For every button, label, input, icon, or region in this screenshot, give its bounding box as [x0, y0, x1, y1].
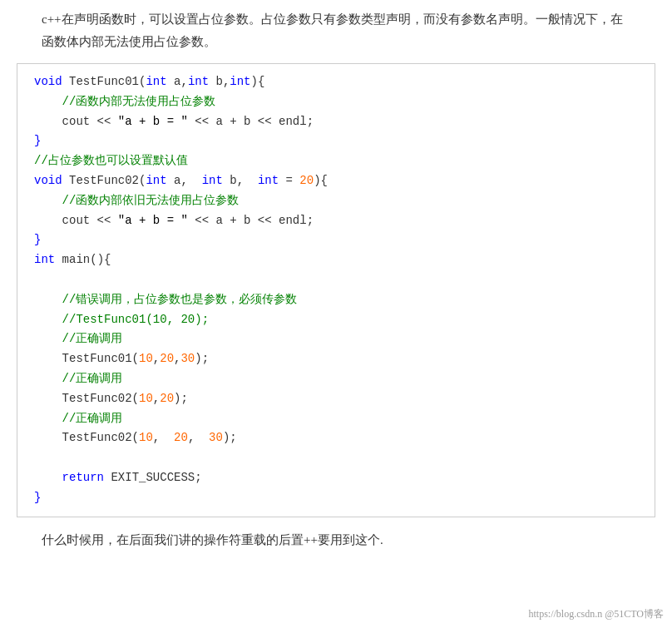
code-line-22: }	[17, 488, 655, 508]
code-line-3: cout << "a + b = " << a + b << endl;	[17, 112, 655, 132]
code-line-15: TestFunc01(10,20,30);	[17, 349, 655, 369]
code-line-20	[17, 448, 655, 468]
code-line-21: return EXIT_SUCCESS;	[17, 468, 655, 488]
code-line-5: //占位参数也可以设置默认值	[17, 151, 655, 171]
code-line-6: void TestFunc02(int a, int b, int = 20){	[17, 171, 655, 191]
bottom-text-block: 什么时候用，在后面我们讲的操作符重载的后置++要用到这个.	[0, 517, 672, 560]
code-line-2: //函数内部无法使用占位参数	[17, 92, 655, 112]
code-block-wrapper: void TestFunc01(int a,int b,int){ //函数内部…	[17, 63, 655, 517]
code-line-18: //正确调用	[17, 409, 655, 429]
code-line-11	[17, 270, 655, 290]
code-line-14: //正确调用	[17, 329, 655, 349]
code-line-10: int main(){	[17, 250, 655, 270]
code-line-13: //TestFunc01(10, 20);	[17, 310, 655, 330]
code-line-17: TestFunc02(10,20);	[17, 389, 655, 409]
code-line-12: //错误调用，占位参数也是参数，必须传参数	[17, 290, 655, 310]
code-line-9: }	[17, 230, 655, 250]
top-text-block: c++在声明函数时，可以设置占位参数。占位参数只有参数类型声明，而没有参数名声明…	[0, 0, 672, 63]
code-line-1: void TestFunc01(int a,int b,int){	[17, 72, 655, 92]
code-line-8: cout << "a + b = " << a + b << endl;	[17, 211, 655, 231]
code-line-19: TestFunc02(10, 20, 30);	[17, 428, 655, 448]
top-paragraph: c++在声明函数时，可以设置占位参数。占位参数只有参数类型声明，而没有参数名声明…	[42, 12, 623, 48]
code-line-4: }	[17, 131, 655, 151]
code-line-16: //正确调用	[17, 369, 655, 389]
code-line-7: //函数内部依旧无法使用占位参数	[17, 191, 655, 211]
bottom-paragraph: 什么时候用，在后面我们讲的操作符重载的后置++要用到这个.	[42, 533, 383, 546]
footer-url: https://blog.csdn.n @51CTO博客	[528, 607, 664, 621]
